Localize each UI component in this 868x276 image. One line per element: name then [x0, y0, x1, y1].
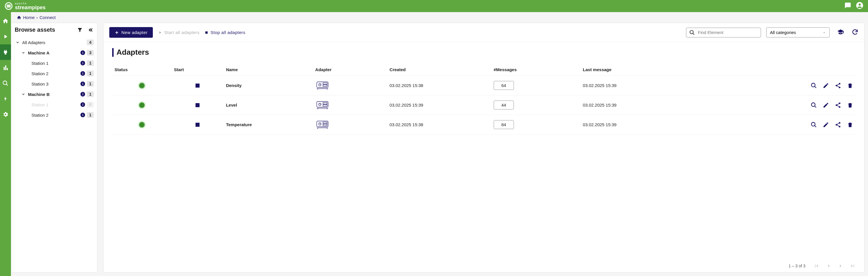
refresh-icon[interactable] — [851, 29, 859, 37]
collapse-icon[interactable] — [88, 27, 94, 33]
adapter-type-icon — [315, 80, 331, 90]
message-count: 44 — [494, 101, 514, 109]
count-badge: 3 — [87, 50, 94, 56]
tree-station[interactable]: Station 1 i1 — [31, 58, 94, 68]
adapter-type-icon — [315, 99, 331, 110]
first-page-icon — [813, 263, 819, 269]
account-icon[interactable] — [856, 2, 863, 10]
new-adapter-button[interactable]: New adapter — [109, 27, 153, 38]
th-name: Name — [224, 64, 313, 76]
count-badge: 1 — [87, 71, 94, 76]
play-icon — [158, 31, 162, 35]
chevron-down-icon — [21, 92, 25, 96]
share-icon[interactable] — [835, 122, 841, 128]
nav-pipelines[interactable] — [0, 29, 11, 44]
th-last: Last message — [581, 64, 699, 76]
view-icon[interactable] — [811, 122, 817, 128]
tree-machine[interactable]: Machine A i3 — [21, 47, 94, 58]
tree-station: Station 1 i0 — [31, 99, 94, 110]
info-icon[interactable]: i — [81, 102, 85, 107]
search-input-wrapper[interactable] — [686, 28, 761, 37]
message-count: 84 — [494, 120, 514, 129]
svg-point-17 — [811, 83, 815, 87]
svg-point-36 — [836, 104, 837, 106]
tree-station[interactable]: Station 3 i1 — [31, 79, 94, 89]
chevron-down-icon — [21, 51, 25, 55]
delete-icon[interactable] — [847, 122, 853, 128]
nav-search[interactable] — [0, 75, 11, 91]
start-all-button: Start all adapters — [158, 30, 199, 35]
adapter-last-message: 03.02.2025 15:39 — [581, 115, 699, 135]
nav-home[interactable] — [0, 13, 11, 29]
stop-adapter-button[interactable] — [195, 123, 199, 127]
nav-dashboard[interactable] — [0, 60, 11, 75]
stop-icon — [205, 31, 208, 34]
info-icon[interactable]: i — [81, 113, 85, 117]
tutorial-icon[interactable] — [837, 29, 844, 37]
svg-line-4 — [6, 84, 8, 86]
nav-config[interactable] — [0, 107, 11, 122]
svg-point-19 — [839, 83, 841, 84]
adapter-name: Level — [224, 95, 313, 115]
table-row: Temperature 03.02.2025 15:38 84 03.02.20… — [112, 115, 856, 135]
plus-icon — [115, 30, 119, 35]
th-start: Start — [172, 64, 223, 76]
svg-rect-44 — [323, 122, 327, 124]
count-badge: 1 — [87, 112, 94, 118]
chevron-down-icon — [16, 40, 20, 44]
adapters-panel: New adapter Start all adapters Stop all … — [103, 23, 865, 273]
status-indicator — [139, 122, 145, 128]
th-adapter: Adapter — [313, 64, 387, 76]
edit-icon[interactable] — [823, 122, 829, 128]
category-select[interactable]: All categories — [766, 27, 830, 37]
stop-adapter-button[interactable] — [195, 83, 199, 88]
adapter-last-message: 03.02.2025 15:39 — [581, 76, 699, 95]
nav-assets[interactable] — [0, 91, 11, 107]
logo-title: streampipes — [15, 5, 45, 10]
info-icon[interactable]: i — [81, 61, 85, 65]
svg-rect-29 — [323, 105, 327, 106]
svg-point-51 — [839, 122, 841, 124]
svg-point-35 — [839, 102, 841, 104]
info-icon[interactable]: i — [81, 81, 85, 86]
stop-all-button[interactable]: Stop all adapters — [205, 30, 245, 35]
tree-station[interactable]: Station 2 i1 — [31, 68, 94, 79]
nav-connect[interactable] — [0, 44, 11, 60]
info-icon[interactable]: i — [81, 92, 85, 97]
filter-icon[interactable] — [77, 27, 83, 33]
breadcrumb-home[interactable]: Home — [23, 15, 35, 20]
tree-machine[interactable]: Machine B i1 — [21, 89, 94, 99]
home-icon — [17, 15, 21, 20]
svg-rect-13 — [323, 85, 327, 87]
delete-icon[interactable] — [847, 82, 853, 89]
info-icon[interactable]: i — [81, 71, 85, 76]
info-icon[interactable]: i — [81, 50, 85, 55]
logo[interactable]: apache streampipes — [5, 2, 45, 10]
svg-point-53 — [839, 126, 841, 127]
search-input[interactable] — [698, 30, 758, 35]
table-row: Level 03.02.2025 15:39 44 03.02.2025 15:… — [112, 95, 856, 115]
share-icon[interactable] — [835, 82, 841, 89]
breadcrumb-separator: › — [36, 15, 38, 20]
stop-adapter-button[interactable] — [195, 103, 199, 107]
count-badge: 1 — [87, 81, 94, 87]
topbar: apache streampipes — [0, 0, 868, 12]
adapter-created: 03.02.2025 15:39 — [387, 95, 491, 115]
dropdown-icon — [823, 31, 826, 34]
adapter-last-message: 03.02.2025 15:39 — [581, 95, 699, 115]
title-accent — [112, 48, 114, 57]
th-created: Created — [387, 64, 491, 76]
tree-all-adapters[interactable]: All Adapters 4 — [15, 37, 94, 47]
share-icon[interactable] — [835, 102, 841, 108]
edit-icon[interactable] — [823, 82, 829, 89]
view-icon[interactable] — [811, 82, 817, 89]
message-count: 64 — [494, 81, 514, 90]
messages-icon[interactable] — [844, 2, 851, 10]
delete-icon[interactable] — [847, 102, 853, 108]
view-icon[interactable] — [811, 102, 817, 108]
edit-icon[interactable] — [823, 102, 829, 108]
breadcrumb-current[interactable]: Connect — [39, 15, 56, 20]
tree-station[interactable]: Station 2 i1 — [31, 110, 94, 120]
svg-line-39 — [837, 105, 839, 107]
count-badge: 0 — [87, 102, 94, 107]
